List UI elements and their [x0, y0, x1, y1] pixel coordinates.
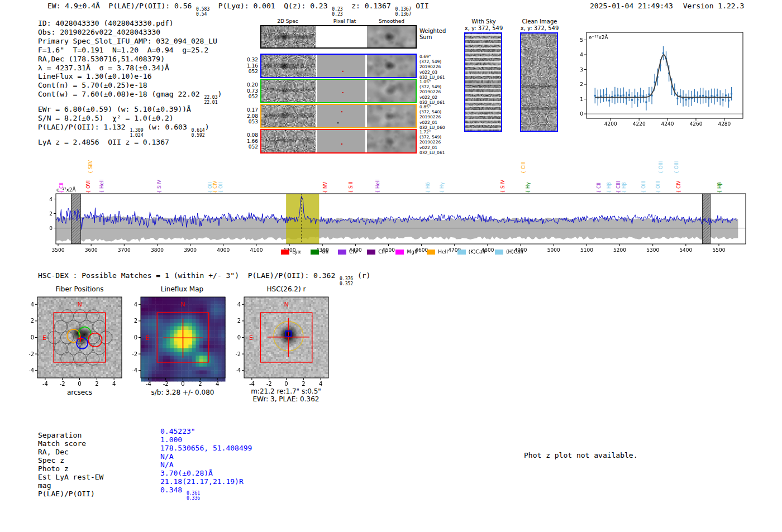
fiber-xlabel: arcsecs	[37, 389, 122, 396]
spec2d-image	[261, 55, 316, 77]
report-version: Version 1.22.3	[683, 2, 745, 10]
spectrum-legend: LyαOIICIVCIIIMgIIHeII(K)CaII(H)CaII	[56, 249, 748, 255]
spec2d-row	[260, 104, 417, 128]
info-line: RA,Dec (178.530716,51.408379)	[38, 55, 222, 64]
legend-swatch	[457, 250, 466, 255]
spec2d-image	[261, 26, 316, 47]
source-info-block: ID: 4028043330 (4028043330.pdf)Obs: 2019…	[38, 19, 222, 147]
with-sky-image	[465, 33, 501, 131]
weighted-sum-row	[260, 25, 417, 49]
emission-line-label: { SiIV	[88, 160, 93, 174]
pixel-flat-image	[317, 80, 365, 102]
clean-image-title: Clean Imagex, y: 372, 549	[514, 18, 565, 32]
spec2d-image	[261, 80, 316, 102]
legend-swatch	[338, 250, 346, 255]
timestamp-version: 2025-01-04 21:49:43Version 1.22.3	[590, 2, 744, 10]
stacked-fraction: 22.0322.01	[204, 95, 217, 105]
legend-item: (K)CaII	[457, 249, 485, 255]
spec2d-image	[261, 105, 316, 127]
legend-swatch	[427, 250, 435, 255]
legend-item: Lyα	[281, 249, 301, 255]
stacked-fraction: 1.3091.024	[130, 128, 143, 138]
info-line: EWr = 6.80(±0.59) (w: 5.10(±0.39))Å	[38, 105, 222, 114]
legend-swatch	[395, 250, 404, 255]
legend-item: HeII	[427, 249, 448, 255]
match-table-labels: SeparationMatch scoreRA, DecSpec zPhoto …	[38, 431, 103, 498]
row-weights-label: 0.081.66052	[244, 129, 258, 154]
col-title-pixelflat: Pixel Flat	[320, 18, 370, 24]
smoothed-image	[367, 80, 416, 102]
match-row-value: 0.348 0.3610.336	[160, 486, 252, 494]
info-line: Obs: 20190226v022_4028043330	[38, 28, 222, 37]
fiber-info-label: 0.85" (372, 540) 20190226 v022_01 032_LU…	[419, 104, 445, 130]
match-row-label: Photo z	[38, 464, 103, 473]
legend-swatch	[495, 250, 503, 255]
emission-line-label: { OIII	[658, 161, 664, 174]
spec2d-row	[260, 129, 417, 154]
fiber-info-label: 1.72" (372, 549) 20190226 v022_01 032_LU…	[419, 130, 445, 155]
fiber-info-label: 1.05" (372, 549) 20190226 v022_02 032_LU…	[419, 79, 445, 105]
info-line: Cont(n) = 5.70(±0.25)e-18	[38, 81, 222, 90]
stacked-fraction: 0.3610.336	[187, 491, 200, 501]
stacked-fraction: 0.5830.54	[196, 7, 209, 17]
col-title-2dspec: 2D Spec	[263, 18, 313, 24]
match-row-value: 21.18(21.17,21.19)R	[160, 477, 252, 486]
legend-item: (H)CaII	[495, 249, 523, 255]
stacked-fraction: 0.6140.592	[192, 128, 205, 138]
stacked-fraction: 0.230.23	[332, 7, 342, 17]
match-row-label: P(LAE)/P(OII)	[38, 490, 103, 498]
emission-line-label: { CIII	[521, 161, 526, 174]
info-line: ID: 4028043330 (4028043330.pdf)	[38, 19, 222, 28]
stacked-fraction: 0.3760.352	[340, 277, 353, 286]
pixel-flat-image	[317, 105, 365, 127]
legend-item: CIII	[367, 249, 386, 255]
legend-swatch	[311, 250, 319, 255]
match-row-value: 3.70(±0.28)Å	[160, 469, 252, 477]
photz-note: Phot z plot not available.	[524, 451, 638, 459]
elixer-report-page: { "header": { "left": [ {"t":"EW: 4.9±0.…	[0, 0, 782, 532]
weighted-sum-label: Weighted Sum	[419, 28, 446, 40]
match-row-label: Separation	[38, 431, 103, 439]
legend-item: MgII	[395, 249, 417, 255]
info-line: Primary Spec_Slot_IFU_AMP: 032_094_028_L…	[38, 37, 222, 46]
pixel-flat-image	[317, 26, 365, 47]
legend-swatch	[367, 250, 375, 255]
info-line: Cont(w) = 7.60(±0.08)e-18 (gmag 22.02 22…	[38, 90, 222, 105]
clean-image-cutout	[520, 32, 558, 132]
match-row-label: Est LyA rest-EW	[38, 473, 103, 481]
match-table-values: 0.45223"1.000178.530656, 51.408499N/AN/A…	[160, 427, 252, 494]
hsc-dex-summary: HSC-DEX : Possible Matches = 1 (within +…	[38, 271, 370, 286]
row-weights-label: 0.172.08053	[244, 104, 258, 128]
fiber-positions-plot	[29, 291, 130, 387]
match-row-label: mag	[38, 481, 103, 490]
with-sky-cutout	[464, 32, 502, 132]
line-fit-plot	[574, 26, 747, 126]
clean-image	[521, 33, 557, 131]
legend-item: OII	[311, 249, 328, 255]
col-title-smoothed: Smoothed	[368, 18, 416, 24]
smoothed-image	[367, 105, 416, 127]
spec2d-image	[261, 130, 316, 152]
info-line: LyA z = 2.4856 OII z = 0.1367	[38, 138, 222, 147]
row-weights-label: 0.200.73052	[244, 79, 258, 103]
full-spectrum-plot	[47, 184, 752, 258]
stacked-fraction: 0.13670.1367	[395, 7, 412, 17]
legend-swatch	[281, 250, 289, 255]
emission-line-label: { OIII	[674, 161, 679, 174]
match-row-value: 0.45223"	[160, 427, 252, 435]
info-line: P(LAE)/P(OII): 1.132 1.3091.024 (w: 0.60…	[38, 123, 222, 138]
match-row-label: RA, Dec	[38, 448, 103, 456]
info-line: LineFlux = 1.30(±0.10)e-16	[38, 72, 222, 81]
info-line: S/N = 8.2(±0.5) χ² = 1.0(±0.2)	[38, 114, 222, 123]
match-row-label: Spec z	[38, 456, 103, 464]
smoothed-image	[367, 26, 416, 47]
legend-item: CIV	[338, 249, 357, 255]
match-row-label: Match score	[38, 439, 103, 448]
row-weights-label: 0.321.16052	[244, 54, 258, 78]
match-row-value: N/A	[160, 461, 252, 469]
spec2d-row	[260, 79, 417, 103]
info-line: λ = 4237.31Å σ = 3.78(±0.34)Å	[38, 64, 222, 73]
match-row-value: N/A	[160, 452, 252, 461]
hsc-xlabel-1: m:21.2 re:1.7" s:0.5"	[225, 387, 347, 395]
info-line: F=1.6" T=0.191 N=1.20 A=0.94 g=25.2	[38, 46, 222, 55]
